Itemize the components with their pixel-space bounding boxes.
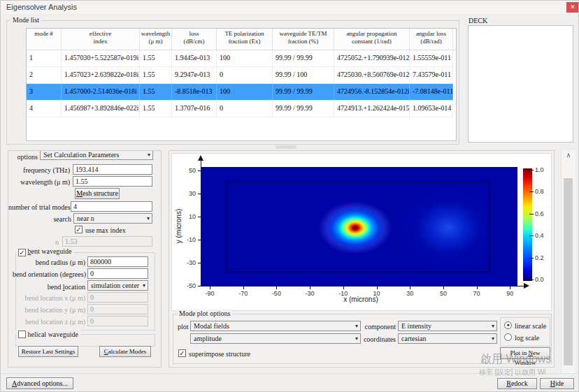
tick-mark <box>529 258 534 259</box>
colorbar-tick-label: 0.4 <box>535 232 550 239</box>
mode-plot-options-label: Mode plot options <box>177 310 232 318</box>
table-row[interactable]: 21.457023+2.639822e-018i1.559.2947e-0130… <box>27 67 453 84</box>
table-cell: 3 <box>27 84 62 100</box>
plot-type-dropdown[interactable]: Modal fields ▾ <box>190 321 361 331</box>
bent-waveguide-label: bent waveguide <box>28 247 72 255</box>
search-dropdown[interactable]: near n ▾ <box>73 213 152 224</box>
tick-mark <box>198 263 201 263</box>
table-cell: 4725030.+8.560769e-012i <box>334 67 410 83</box>
table-cell: 99.99 / 99.99 <box>273 50 334 66</box>
column-header[interactable]: angular loss (dB/rad) <box>410 29 453 50</box>
deck-panel[interactable] <box>468 25 573 143</box>
helical-waveguide-label: helical waveguide <box>28 331 78 338</box>
restore-last-settings-button[interactable]: Restore Last Settings <box>18 346 78 357</box>
frequency-input[interactable] <box>73 164 152 175</box>
bottom-bar: Advanced options... Redock Hide <box>1 373 579 392</box>
superimpose-structure-checkbox[interactable]: ✓ <box>178 349 186 357</box>
calculate-modes-button[interactable]: Calculate Modes <box>99 346 151 357</box>
x-tick-label: 10 <box>366 290 387 297</box>
helical-waveguide-checkbox[interactable] <box>18 331 26 338</box>
plot-box: x (microns) y (microns) -90-70-50-30-101… <box>171 153 552 311</box>
chevron-down-icon: ▾ <box>147 214 150 223</box>
scroll-up-icon[interactable]: ∧ <box>562 152 576 159</box>
component-dropdown[interactable]: E intensity ▾ <box>398 321 497 331</box>
bend-location-z-label: bend location z (μ m) <box>18 317 85 326</box>
tick-mark <box>343 286 344 289</box>
trial-modes-input[interactable] <box>71 201 152 212</box>
scale-group: ● linear scale log scale <box>500 317 550 347</box>
tick-mark <box>198 194 201 194</box>
tick-mark <box>477 286 478 289</box>
bend-location-dropdown[interactable]: simulation center ▾ <box>87 280 148 291</box>
y-tick-label: 10 <box>178 213 196 220</box>
column-header[interactable]: effective index <box>62 29 140 50</box>
options-dropdown[interactable]: Set Calculation Parameters ▾ <box>40 150 153 160</box>
table-cell: 1.55559e-011 <box>410 50 453 66</box>
column-header[interactable]: loss (dB/cm) <box>172 29 217 50</box>
bend-radius-input[interactable] <box>87 256 148 267</box>
x-tick-label: -10 <box>333 290 354 297</box>
linear-scale-radio[interactable]: ● <box>504 321 512 329</box>
title-bar[interactable]: Eigensolver Analysis ✕ <box>1 1 579 14</box>
table-row[interactable]: 31.457000-2.514036e-018i1.55-8.8518e-013… <box>27 84 453 101</box>
column-header[interactable]: wavelength (μ m) <box>140 29 172 50</box>
tick-mark <box>529 280 534 280</box>
coordinates-dropdown[interactable]: cartesian ▾ <box>398 333 497 344</box>
mode-plot-options-group: Mode plot options plot Modal fields ▾ co… <box>173 314 552 364</box>
bent-waveguide-checkbox[interactable]: ✓ <box>18 249 26 256</box>
table-cell: 0 <box>217 101 273 117</box>
table-cell: 9.2947e-013 <box>172 67 217 83</box>
colorbar-tick-label: 0.6 <box>535 210 550 217</box>
column-header[interactable]: angular propagation constant (1/rad) <box>334 29 410 50</box>
window-title: Eigensolver Analysis <box>6 3 77 11</box>
column-header[interactable]: TE polarization fraction (Ex) <box>217 29 273 50</box>
calculation-options-panel: options Set Calculation Parameters ▾ fre… <box>8 150 162 368</box>
close-button[interactable]: ✕ <box>566 2 579 13</box>
mesh-structure-button[interactable]: Mesh structure <box>75 188 120 199</box>
plot-in-new-window-button[interactable]: Plot in New Window <box>500 347 550 359</box>
y-tick-label: 30 <box>178 190 196 197</box>
table-cell: 4724913.+1.262424e-015i <box>334 101 410 117</box>
column-header[interactable]: mode # <box>27 29 62 50</box>
table-cell: -7.08148e-011 <box>410 84 453 100</box>
bend-location-z-input <box>87 316 148 326</box>
x-axis-arrow-icon <box>524 283 529 289</box>
deck-label: DECK <box>469 17 487 24</box>
table-cell: 1.09653e-014 <box>410 101 453 117</box>
table-row[interactable]: 41.456987+3.892846e-022i1.551.3707e-0160… <box>27 101 453 117</box>
table-cell: 1.457030+5.522587e-019i <box>62 50 140 66</box>
table-row[interactable]: 11.457030+5.522587e-019i1.551.9445e-0131… <box>27 50 453 67</box>
redock-button[interactable]: Redock <box>497 378 537 389</box>
x-axis-label: x (microns) <box>312 296 410 303</box>
x-tick-label: 90 <box>499 290 520 297</box>
tick-mark <box>310 286 310 289</box>
n-input <box>62 236 152 247</box>
column-header[interactable]: waveguide TE/TM fraction (%) <box>273 29 334 50</box>
x-tick-label: -50 <box>266 290 287 297</box>
wavelength-input[interactable] <box>73 176 152 187</box>
log-scale-radio[interactable] <box>504 333 512 341</box>
hide-button[interactable]: Hide <box>540 378 574 389</box>
use-max-index-checkbox[interactable]: ✓ <box>75 226 83 233</box>
tick-mark <box>377 286 378 289</box>
x-tick-label: 50 <box>433 290 454 297</box>
x-tick-label: 70 <box>466 290 487 297</box>
x-tick-label: -90 <box>199 290 220 297</box>
vertical-scrollbar[interactable]: ∧ <box>561 150 576 373</box>
tick-mark <box>243 286 244 289</box>
tick-mark <box>410 286 410 289</box>
scrollbar-thumb[interactable] <box>564 178 573 365</box>
advanced-options-button[interactable]: Advanced options... <box>6 377 73 389</box>
colorbar-tick-label: 0.8 <box>535 188 550 195</box>
mode-field-plot[interactable] <box>201 167 517 286</box>
splitter-handle[interactable] <box>276 145 296 149</box>
bend-orientation-input[interactable] <box>87 268 148 279</box>
secondary-mode-lobe <box>399 187 497 268</box>
table-cell: -8.8518e-013 <box>172 84 217 100</box>
table-cell: 99.99 / 99.99 <box>273 84 334 100</box>
mode-table[interactable]: mode #effective indexwavelength (μ m)los… <box>26 28 457 141</box>
bend-location-y-label: bend location y (μ m) <box>18 305 85 314</box>
eigensolver-analysis-window: { "window": { "title": "Eigensolver Anal… <box>0 0 579 392</box>
amplitude-dropdown[interactable]: amplitude ▾ <box>190 333 361 344</box>
close-icon: ✕ <box>570 3 576 10</box>
